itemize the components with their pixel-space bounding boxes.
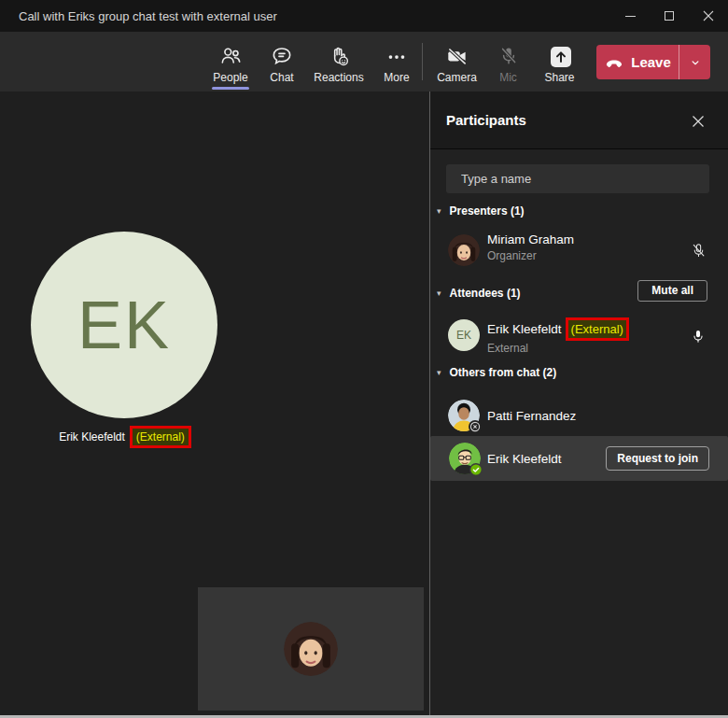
avatar-erik-initials: EK [448, 319, 480, 351]
erik-chat-texts: Erik Kleefeldt [487, 452, 562, 466]
stage-participant-name: Erik Kleefeldt [59, 430, 125, 443]
toolbar-tabs: People Chat Reactions [209, 32, 418, 92]
close-icon [703, 10, 714, 21]
participant-name: Patti Fernandez [487, 409, 576, 423]
self-video-tile[interactable] [198, 587, 424, 711]
miriam-texts: Miriam Graham Organizer [487, 232, 574, 262]
chat-icon [270, 44, 294, 68]
mic-off-icon [497, 44, 520, 68]
close-icon [692, 115, 705, 128]
erik-mic-on-button[interactable] [689, 326, 707, 346]
participants-panel: Participants ▾ Presenters (1) [430, 92, 728, 715]
miriam-mic-muted-button[interactable] [689, 240, 707, 260]
collapse-triangle-icon: ▾ [437, 289, 441, 298]
share-button[interactable]: Share [534, 32, 585, 92]
participant-row-erik-chat[interactable]: Erik Kleefeldt Request to join [430, 436, 728, 481]
share-label: Share [544, 71, 574, 84]
participant-row-miriam[interactable]: Miriam Graham Organizer [430, 232, 728, 269]
mic-on-icon [690, 327, 707, 346]
section-others-from-chat[interactable]: ▾ Others from chat (2) [437, 365, 556, 380]
patti-texts: Patti Fernandez [487, 409, 576, 423]
leave-options-button[interactable] [679, 45, 710, 79]
tab-more[interactable]: More [375, 32, 418, 92]
tab-chat-label: Chat [270, 71, 293, 84]
avatar-patti [448, 400, 480, 431]
presenters-header-label: Presenters (1) [450, 204, 525, 218]
chevron-down-icon [689, 56, 702, 69]
avatar-erik-cartoon [449, 443, 481, 474]
window-title: Call with Eriks group chat test with ext… [19, 9, 277, 23]
avatar-miriam [448, 234, 480, 266]
mic-muted-icon [690, 241, 707, 260]
minimize-button[interactable] [610, 0, 650, 32]
collapse-triangle-icon: ▾ [437, 369, 441, 377]
mic-label: Mic [499, 71, 517, 84]
leave-button-label: Leave [631, 54, 671, 70]
leave-button-group: Leave [596, 45, 710, 79]
camera-label: Camera [437, 71, 477, 84]
participant-name: Erik Kleefeldt [487, 322, 562, 336]
available-check-badge-icon [469, 463, 483, 476]
camera-off-icon [444, 44, 470, 68]
maximize-button[interactable] [650, 0, 689, 32]
tab-reactions[interactable]: Reactions [312, 32, 366, 92]
participant-row-erik-attendee[interactable]: EK Erik Kleefeldt (External) External [430, 317, 728, 356]
search-input[interactable] [446, 164, 709, 193]
tab-chat[interactable]: Chat [261, 32, 302, 92]
section-attendees[interactable]: ▾ Attendees (1) [437, 282, 521, 304]
external-tag-annotation: (External) [130, 426, 191, 448]
section-presenters[interactable]: ▾ Presenters (1) [437, 204, 525, 218]
participants-title: Participants [446, 112, 526, 128]
teams-call-window: Call with Eriks group chat test with ext… [0, 0, 728, 718]
call-stage: EK Erik Kleefeldt (External) [0, 92, 429, 715]
stage-name-label: Erik Kleefeldt (External) [0, 426, 250, 448]
maximize-icon [665, 11, 674, 21]
stage-avatar-initials: EK [77, 287, 171, 363]
stage-avatar: EK [31, 232, 217, 418]
reactions-hand-icon [327, 44, 351, 68]
erik-texts: Erik Kleefeldt (External) External [487, 317, 629, 355]
more-icon [385, 44, 409, 68]
leave-button[interactable]: Leave [596, 45, 679, 79]
external-tag-annotation: (External) [566, 317, 629, 341]
participant-search [446, 164, 709, 193]
participant-name: Erik Kleefeldt [487, 452, 562, 466]
close-window-button[interactable] [689, 0, 728, 32]
mute-all-button[interactable]: Mute all [637, 280, 707, 302]
miriam-photo [448, 234, 480, 266]
offline-x-badge-icon [469, 420, 482, 433]
titlebar: Call with Eriks group chat test with ext… [0, 0, 728, 32]
toolbar-divider [422, 43, 423, 80]
request-to-join-button[interactable]: Request to join [606, 446, 709, 471]
tab-people-label: People [213, 71, 247, 84]
mic-toggle-button[interactable]: Mic [483, 32, 534, 92]
call-toolbar: People Chat Reactions [0, 32, 728, 92]
device-controls: Camera Mic Share [431, 32, 585, 92]
tab-reactions-label: Reactions [314, 71, 363, 84]
hangup-phone-icon [604, 52, 624, 73]
participant-row-patti[interactable]: Patti Fernandez [430, 398, 728, 433]
camera-toggle-button[interactable]: Camera [431, 32, 483, 92]
participant-role: Organizer [487, 249, 574, 262]
share-icon [548, 44, 572, 68]
participant-name: Miriam Graham [487, 232, 574, 246]
attendees-header-label: Attendees (1) [450, 287, 521, 300]
erik-name-line: Erik Kleefeldt (External) [487, 317, 629, 341]
participant-role: External [487, 342, 629, 355]
minimize-icon [625, 16, 636, 17]
people-icon [218, 44, 243, 68]
participants-header: Participants [430, 92, 728, 149]
others-header-label: Others from chat (2) [450, 366, 557, 379]
close-panel-button[interactable] [691, 114, 706, 129]
miriam-video-face [284, 622, 338, 676]
tab-people[interactable]: People [209, 32, 252, 92]
collapse-triangle-icon: ▾ [437, 207, 441, 216]
tab-more-label: More [384, 71, 409, 84]
window-controls [610, 0, 728, 32]
active-tab-underline [212, 87, 249, 90]
